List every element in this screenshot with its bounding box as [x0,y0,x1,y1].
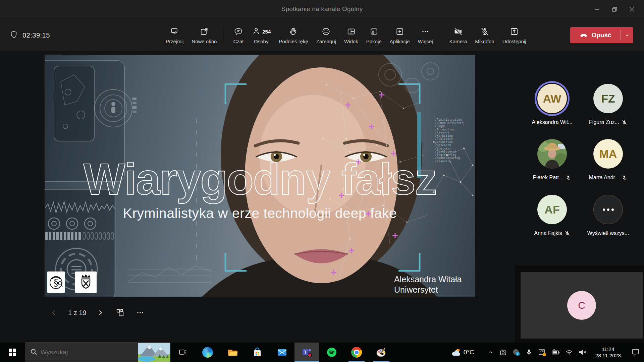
avatar: FZ [593,84,623,113]
taskbar-app-chrome[interactable] [344,343,369,362]
jagiellonian-university-crest [75,272,97,293]
search-icon [30,348,38,357]
battery-tray-icon[interactable] [551,349,560,356]
rotation-lock-tray-icon[interactable] [538,348,546,357]
more-button[interactable]: Więcej [414,19,437,51]
task-view-button[interactable] [170,343,195,362]
ellipsis-icon [421,26,430,37]
view-button[interactable]: Widok [340,19,362,51]
mic-off-icon [480,26,489,37]
participant-tile[interactable]: MA Marta Andr... [580,139,637,181]
teams-meeting-window: Spotkanie na kanale Ogólny 02:39:15 [0,0,644,362]
participant-count: 254 [262,29,271,35]
layout-grid-icon [346,26,356,37]
taskbar-app-paint[interactable] [369,343,394,362]
mic-muted-icon [622,175,627,181]
leave-button[interactable]: Opuść [570,27,633,43]
taskbar-app-store[interactable] [245,343,270,362]
svg-text:§: § [54,277,58,288]
camera-button[interactable]: Kamera [445,19,471,51]
avatar-initials: AW [543,92,561,105]
react-button[interactable]: Zareaguj [312,19,340,51]
volume-muted-tray-icon[interactable] [578,348,587,356]
apps-button[interactable]: Aplikacje [386,19,414,51]
share-content-icon [509,26,519,37]
taskbar-search[interactable] [25,343,170,362]
raise-hand-button[interactable]: Podnieś rękę [275,19,312,51]
clock-time: 11:24 [595,346,621,352]
avatar-initials: FZ [601,92,615,105]
participant-tile[interactable]: AF Anna Fajkis [524,195,581,236]
participant-tile[interactable]: AW Aleksandra Wit... [524,84,581,125]
participant-name: Figura Zuz... [580,119,637,125]
takeover-button[interactable]: Przejmij [162,19,187,51]
temperature-value: 0°C [464,349,474,356]
avatar-initial: C [578,300,585,311]
taskbar-app-edge[interactable] [195,343,220,362]
chat-button[interactable]: Czat [229,19,248,51]
new-window-icon [200,26,209,37]
camera-tray-icon[interactable] [499,348,507,356]
avatar: MA [593,139,623,169]
raise-hand-icon [289,26,298,37]
window-controls [588,0,641,19]
minimize-button[interactable] [588,2,606,16]
taskbar-clock[interactable]: 11:24 28.11.2023 [595,346,621,359]
participant-tile[interactable]: FZ Figura Zuz... [580,84,637,125]
toolbar-buttons: Przejmij Nowe okno Czat [162,19,530,51]
share-button[interactable]: Udostępnij [498,19,530,51]
camera-off-icon [453,26,463,37]
slide-more-options-button[interactable] [135,307,146,318]
start-button[interactable] [0,343,25,362]
participant-name: Wyświetl wszys... [580,230,637,236]
next-slide-button[interactable] [95,308,105,318]
close-button[interactable] [623,2,641,16]
slide-position: 1 z 19 [68,309,86,317]
spotify-icon [326,347,337,358]
avatar-initials: AF [544,203,559,216]
people-button[interactable]: 254 Osoby [248,19,275,51]
taskbar-app-teams[interactable]: T [294,343,319,362]
self-video-tile[interactable]: C [521,272,643,339]
clock-date: 28.11.2023 [595,352,621,359]
notification-info-tray-icon[interactable]: i [512,348,520,356]
show-all-participants-tile[interactable]: Wyświetl wszys... [580,195,637,236]
file-explorer-icon [227,347,238,358]
microphone-tray-icon[interactable] [525,349,533,356]
taskbar-app-mail[interactable] [270,343,294,362]
action-center-icon[interactable] [631,348,640,357]
hangup-icon [579,31,588,40]
wifi-tray-icon[interactable] [565,349,573,356]
overflow-ellipsis-icon [593,195,623,224]
leave-options-chevron[interactable] [621,30,633,40]
mail-icon [277,347,287,358]
taskbar-app-spotify[interactable] [319,343,344,362]
slide-thumbnails-button[interactable] [114,307,126,318]
avatar: AF [537,195,567,224]
weather-widget[interactable]: 0°C [451,348,474,357]
restore-button[interactable] [606,2,623,16]
participant-tile[interactable]: Płatek Patr... [524,139,581,181]
show-hidden-icons-chevron[interactable] [487,349,494,356]
new-window-button[interactable]: Nowe okno [187,19,221,51]
presentation-slide: /Administration/Human Resources /Legal/A… [45,55,475,297]
previous-slide-button[interactable] [49,308,59,318]
avatar: AW [537,84,567,113]
taskbar-app-file-explorer[interactable] [220,343,245,362]
smiley-icon [321,26,331,37]
meeting-timer: 02:39:15 [9,19,50,51]
mic-muted-icon [622,120,627,125]
edge-icon [202,347,213,358]
search-input[interactable] [25,349,136,356]
timer-value: 02:39:15 [22,32,50,39]
forensics-society-logo: § [47,272,65,293]
rooms-button[interactable]: Pokoje [362,19,386,51]
titlebar: Spotkanie na kanale Ogólny [0,0,644,19]
shield-icon [9,30,18,40]
participant-name: Marta Andr... [580,175,637,181]
search-highlight-image[interactable] [138,343,170,362]
windows-logo-icon [8,348,16,356]
meeting-stage: /Administration/Human Resources /Legal/A… [0,51,644,343]
teams-icon: T [302,347,312,358]
microphone-button[interactable]: Mikrofon [471,19,498,51]
